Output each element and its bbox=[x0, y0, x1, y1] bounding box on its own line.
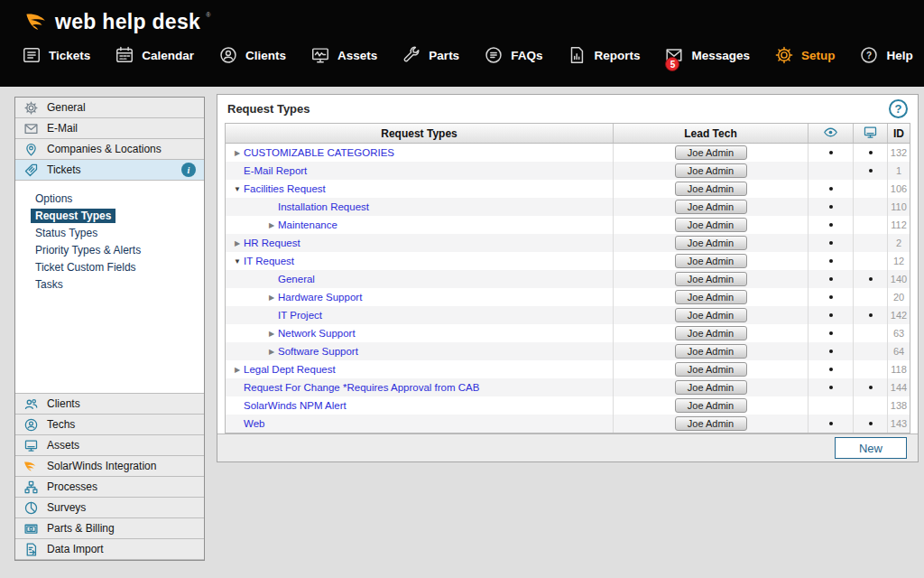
request-type-link[interactable]: General bbox=[278, 274, 315, 284]
request-type-link[interactable]: Hardware Support bbox=[278, 292, 362, 303]
lead-tech-button[interactable]: Joe Admin bbox=[675, 218, 747, 232]
expand-arrow-icon[interactable]: ▶ bbox=[231, 149, 244, 157]
help-icon[interactable]: ? bbox=[889, 99, 908, 118]
nav-item-parts[interactable]: Parts bbox=[402, 45, 459, 65]
sidebar-item-e-mail[interactable]: E-Mail bbox=[15, 118, 204, 139]
client-portal-cell bbox=[854, 415, 888, 433]
sidebar-item-assets[interactable]: Assets bbox=[15, 435, 204, 456]
lead-tech-button[interactable]: Joe Admin bbox=[675, 362, 747, 377]
request-type-link[interactable]: Software Support bbox=[278, 346, 358, 357]
lead-tech-button[interactable]: Joe Admin bbox=[675, 398, 747, 413]
request-type-link[interactable]: IT Request bbox=[244, 256, 294, 266]
column-header-id: ID bbox=[888, 124, 910, 143]
sidebar-item-techs[interactable]: Techs bbox=[15, 415, 204, 435]
expand-arrow-icon[interactable]: ▶ bbox=[231, 239, 244, 247]
request-type-name-cell: Installation Request bbox=[226, 198, 614, 216]
lead-tech-button[interactable]: Joe Admin bbox=[675, 182, 747, 196]
nav-item-calendar[interactable]: Calendar bbox=[115, 45, 194, 65]
client-portal-cell bbox=[854, 306, 888, 324]
unread-count-badge: 5 bbox=[665, 57, 679, 71]
lead-tech-button[interactable]: Joe Admin bbox=[675, 272, 747, 286]
request-type-link[interactable]: Request For Change *Requires Approval fr… bbox=[244, 382, 479, 393]
nav-item-tickets[interactable]: Tickets bbox=[22, 45, 90, 65]
client-portal-cell bbox=[854, 144, 888, 162]
submenu-item-label: Options bbox=[31, 191, 77, 206]
request-type-link[interactable]: Network Support bbox=[278, 328, 356, 339]
cash-box-icon bbox=[23, 521, 39, 536]
lead-tech-button[interactable]: Joe Admin bbox=[675, 163, 747, 178]
visible-dot bbox=[829, 205, 833, 209]
sidebar-item-clients[interactable]: Clients bbox=[15, 394, 204, 415]
sidebar-item-solarwinds-integration[interactable]: SolarWinds Integration bbox=[15, 456, 204, 477]
lead-tech-button[interactable]: Joe Admin bbox=[675, 380, 747, 395]
submenu-item-tasks[interactable]: Tasks bbox=[15, 276, 204, 294]
request-type-link[interactable]: IT Project bbox=[278, 310, 322, 321]
request-type-link[interactable]: SolarWinds NPM Alert bbox=[244, 400, 346, 411]
nav-item-assets[interactable]: Assets bbox=[310, 45, 377, 65]
request-type-link[interactable]: CUSTOMIZABLE CATEGORIES bbox=[244, 147, 394, 158]
nav-item-label: Clients bbox=[245, 49, 286, 62]
lead-tech-button[interactable]: Joe Admin bbox=[675, 254, 747, 268]
id-cell: 142 bbox=[888, 306, 910, 324]
id-value: 138 bbox=[891, 400, 907, 411]
client-portal-cell bbox=[854, 162, 888, 180]
sidebar-item-data-import[interactable]: Data Import bbox=[15, 539, 204, 560]
expand-arrow-icon[interactable]: ▶ bbox=[265, 330, 278, 338]
lead-tech-button[interactable]: Joe Admin bbox=[675, 236, 747, 250]
request-type-link[interactable]: Web bbox=[244, 418, 264, 429]
sidebar-item-companies-locations[interactable]: Companies & Locations bbox=[15, 139, 204, 160]
expand-arrow-icon[interactable]: ▶ bbox=[265, 221, 278, 229]
new-request-type-button[interactable]: New bbox=[835, 437, 907, 459]
id-value: 2 bbox=[896, 238, 901, 248]
id-cell: 1 bbox=[888, 162, 910, 180]
request-type-name-cell: General bbox=[226, 270, 614, 288]
client-portal-cell bbox=[854, 342, 888, 360]
request-type-link[interactable]: Facilities Request bbox=[244, 183, 326, 194]
lead-tech-button[interactable]: Joe Admin bbox=[675, 200, 747, 214]
request-type-link[interactable]: Installation Request bbox=[278, 201, 369, 212]
request-type-row: ▶Software SupportJoe Admin64 bbox=[226, 342, 910, 360]
submenu-item-options[interactable]: Options bbox=[15, 191, 204, 208]
sidebar-item-tickets[interactable]: Ticketsi bbox=[15, 160, 204, 181]
submenu-item-status-types[interactable]: Status Types bbox=[15, 225, 204, 242]
submenu-item-priority-types-alerts[interactable]: Priority Types & Alerts bbox=[15, 242, 204, 259]
request-type-name-cell: Request For Change *Requires Approval fr… bbox=[226, 378, 614, 396]
nav-item-help[interactable]: ?Help bbox=[859, 45, 912, 65]
sidebar-item-label: Techs bbox=[47, 418, 75, 431]
request-type-name-cell: SolarWinds NPM Alert bbox=[226, 396, 614, 415]
request-type-name-cell: ▶Legal Dept Request bbox=[226, 360, 614, 378]
lead-tech-button[interactable]: Joe Admin bbox=[675, 145, 747, 160]
request-type-link[interactable]: Maintenance bbox=[278, 219, 337, 230]
sidebar-item-surveys[interactable]: Surveys bbox=[15, 498, 204, 518]
nav-item-reports[interactable]: Reports bbox=[567, 45, 640, 65]
request-type-link[interactable]: Legal Dept Request bbox=[244, 364, 336, 375]
visible-to-clients-cell bbox=[808, 144, 854, 162]
sidebar-item-processes[interactable]: Processes bbox=[15, 477, 204, 498]
nav-item-clients[interactable]: Clients bbox=[218, 45, 286, 65]
expand-arrow-icon[interactable]: ▶ bbox=[231, 366, 244, 374]
lead-tech-cell: Joe Admin bbox=[614, 270, 808, 288]
ticket-tag-icon bbox=[23, 163, 39, 178]
info-icon[interactable]: i bbox=[181, 163, 196, 177]
collapse-arrow-icon[interactable]: ▼ bbox=[231, 257, 244, 266]
lead-tech-button[interactable]: Joe Admin bbox=[675, 416, 747, 431]
sidebar-item-general[interactable]: General bbox=[15, 98, 204, 118]
submenu-item-ticket-custom-fields[interactable]: Ticket Custom Fields bbox=[15, 259, 204, 276]
lead-tech-button[interactable]: Joe Admin bbox=[675, 290, 747, 304]
visible-to-clients-cell bbox=[808, 324, 854, 342]
collapse-arrow-icon[interactable]: ▼ bbox=[231, 185, 244, 193]
nav-item-setup[interactable]: Setup bbox=[774, 45, 836, 65]
sidebar-item-parts-billing[interactable]: Parts & Billing bbox=[15, 518, 204, 539]
request-type-link[interactable]: HR Request bbox=[244, 238, 300, 248]
nav-item-faqs[interactable]: FAQs bbox=[484, 45, 542, 65]
lead-tech-button[interactable]: Joe Admin bbox=[675, 326, 747, 340]
lead-tech-button[interactable]: Joe Admin bbox=[675, 308, 747, 322]
lead-tech-button[interactable]: Joe Admin bbox=[675, 344, 747, 359]
submenu-item-request-types[interactable]: Request Types bbox=[15, 208, 204, 225]
request-type-link[interactable]: E-Mail Report bbox=[244, 165, 307, 176]
nav-item-messages[interactable]: 5Messages bbox=[664, 45, 750, 65]
expand-arrow-icon[interactable]: ▶ bbox=[265, 348, 278, 356]
client-portal-cell bbox=[854, 360, 888, 378]
nav-item-label: Assets bbox=[337, 49, 377, 62]
expand-arrow-icon[interactable]: ▶ bbox=[265, 294, 278, 302]
